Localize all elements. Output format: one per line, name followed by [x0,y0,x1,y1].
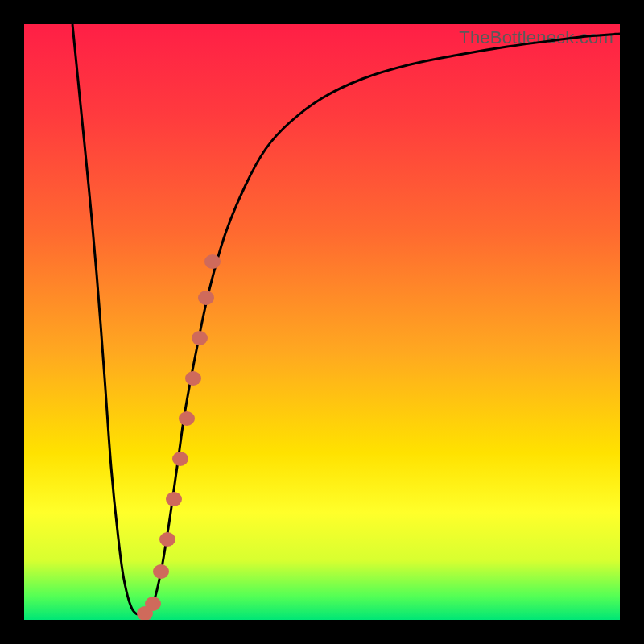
highlight-marker [185,371,201,386]
highlight-marker [192,331,208,345]
highlight-marker [172,452,188,466]
highlight-marker [145,597,161,611]
chart-frame: TheBottleneck.com [0,0,644,644]
highlight-markers [137,254,221,620]
highlight-marker [204,254,221,269]
highlight-marker [198,291,214,305]
bottleneck-curve [72,24,620,614]
highlight-marker [179,411,195,426]
chart-svg [24,24,620,620]
plot-area: TheBottleneck.com [24,24,620,620]
highlight-marker [166,492,182,506]
highlight-marker [153,564,169,579]
highlight-marker [159,532,175,547]
